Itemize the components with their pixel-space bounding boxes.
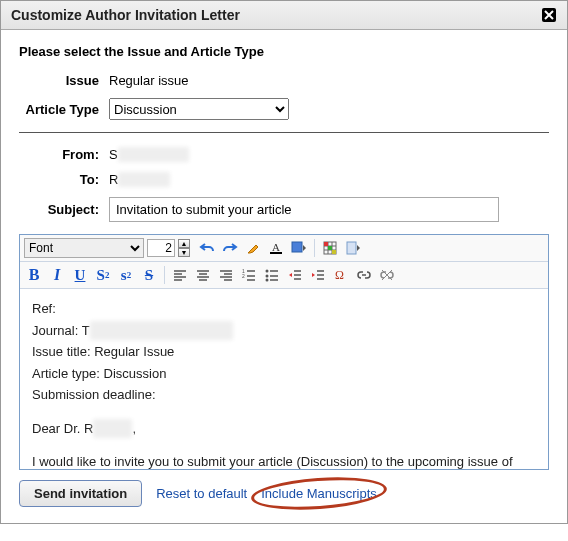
indent-icon[interactable] — [308, 265, 328, 285]
issue-label: Issue — [19, 73, 109, 88]
italic-icon[interactable]: I — [47, 265, 67, 285]
outdent-icon[interactable] — [285, 265, 305, 285]
separator — [19, 132, 549, 133]
unordered-list-icon[interactable] — [262, 265, 282, 285]
article-type-row: Article Type Discussion — [19, 98, 549, 120]
bold-icon[interactable]: B — [24, 265, 44, 285]
journal-redacted: xxxxxxxxxxxxxxxxxxxxxx — [90, 321, 233, 341]
from-row: From: Sxxxxxxxxxxx — [19, 147, 549, 162]
from-value: Sxxxxxxxxxxx — [109, 147, 189, 162]
toolbar-row-2: B I U S2 s2 S 12 Ω — [20, 262, 548, 289]
insert-symbol-icon[interactable]: Ω — [331, 265, 351, 285]
svg-rect-2 — [270, 252, 282, 254]
body-greeting: Dear Dr. Rxxxxxx, — [32, 419, 536, 439]
footer: Send invitation Reset to default Include… — [19, 470, 549, 511]
table-icon[interactable] — [320, 238, 340, 258]
titlebar: Customize Author Invitation Letter — [1, 1, 567, 30]
from-label: From: — [19, 147, 109, 162]
dialog: Customize Author Invitation Letter Pleas… — [0, 0, 568, 524]
svg-rect-9 — [324, 242, 328, 246]
svg-rect-3 — [292, 242, 302, 252]
underline-icon[interactable]: U — [70, 265, 90, 285]
toolbar-separator — [164, 266, 165, 284]
to-row: To: Rxxxxxxxx — [19, 172, 549, 187]
svg-rect-12 — [347, 242, 356, 254]
undo-icon[interactable] — [197, 238, 217, 258]
subject-row: Subject: — [19, 197, 549, 222]
body-ref: Ref: — [32, 299, 536, 319]
body-journal: Journal: Txxxxxxxxxxxxxxxxxxxxxx — [32, 321, 536, 341]
toolbar-row-1: Font ▲ ▼ A — [20, 235, 548, 262]
more-icon[interactable] — [343, 238, 363, 258]
svg-point-31 — [266, 275, 269, 278]
dialog-body: Please select the Issue and Article Type… — [1, 30, 567, 523]
to-value: Rxxxxxxxx — [109, 172, 170, 187]
dialog-title: Customize Author Invitation Letter — [11, 7, 240, 23]
to-redacted: xxxxxxxx — [118, 172, 170, 187]
link-icon[interactable] — [354, 265, 374, 285]
font-select[interactable]: Font — [24, 238, 144, 258]
subject-label: Subject: — [19, 202, 109, 217]
body-deadline: Submission deadline: — [32, 385, 536, 405]
reset-to-default-link[interactable]: Reset to default — [156, 486, 247, 501]
article-type-label: Article Type — [19, 102, 109, 117]
instruction-text: Please select the Issue and Article Type — [19, 44, 549, 59]
ordered-list-icon[interactable]: 12 — [239, 265, 259, 285]
strikethrough-icon[interactable]: S — [139, 265, 159, 285]
from-redacted: xxxxxxxxxxx — [118, 147, 190, 162]
editor-body[interactable]: Ref: Journal: Txxxxxxxxxxxxxxxxxxxxxx Is… — [20, 289, 548, 469]
svg-text:A: A — [272, 241, 280, 253]
include-manuscripts-link[interactable]: Include Manuscripts — [261, 486, 377, 501]
superscript-icon[interactable]: s2 — [116, 265, 136, 285]
spinner-up-icon[interactable]: ▲ — [178, 239, 190, 248]
to-visible: R — [109, 172, 118, 187]
unlink-icon[interactable] — [377, 265, 397, 285]
svg-rect-10 — [328, 246, 332, 250]
highlight-icon[interactable] — [243, 238, 263, 258]
toolbar-separator — [314, 239, 315, 257]
redo-icon[interactable] — [220, 238, 240, 258]
align-center-icon[interactable] — [193, 265, 213, 285]
svg-text:Ω: Ω — [335, 268, 344, 282]
issue-row: Issue Regular issue — [19, 73, 549, 88]
svg-text:2: 2 — [242, 273, 245, 279]
font-color-icon[interactable]: A — [266, 238, 286, 258]
subject-input[interactable] — [109, 197, 499, 222]
body-issue-title: Issue title: Regular Issue — [32, 342, 536, 362]
align-right-icon[interactable] — [216, 265, 236, 285]
to-label: To: — [19, 172, 109, 187]
from-visible: S — [109, 147, 118, 162]
send-invitation-button[interactable]: Send invitation — [19, 480, 142, 507]
svg-point-32 — [266, 279, 269, 282]
greeting-redacted: xxxxxx — [93, 419, 132, 439]
svg-rect-11 — [332, 250, 336, 254]
bg-color-icon[interactable] — [289, 238, 309, 258]
rich-text-editor: Font ▲ ▼ A B I U S2 — [19, 234, 549, 470]
close-icon[interactable] — [541, 7, 557, 23]
body-paragraph-1: I would like to invite you to submit you… — [32, 452, 536, 469]
subscript-icon[interactable]: S2 — [93, 265, 113, 285]
article-type-select[interactable]: Discussion — [109, 98, 289, 120]
align-left-icon[interactable] — [170, 265, 190, 285]
svg-point-30 — [266, 270, 269, 273]
font-size-spinner[interactable]: ▲ ▼ — [178, 239, 190, 257]
issue-value: Regular issue — [109, 73, 189, 88]
body-article-type: Article type: Discussion — [32, 364, 536, 384]
include-manuscripts-highlight: Include Manuscripts — [261, 486, 377, 501]
spinner-down-icon[interactable]: ▼ — [178, 248, 190, 257]
font-size-input[interactable] — [147, 239, 175, 257]
